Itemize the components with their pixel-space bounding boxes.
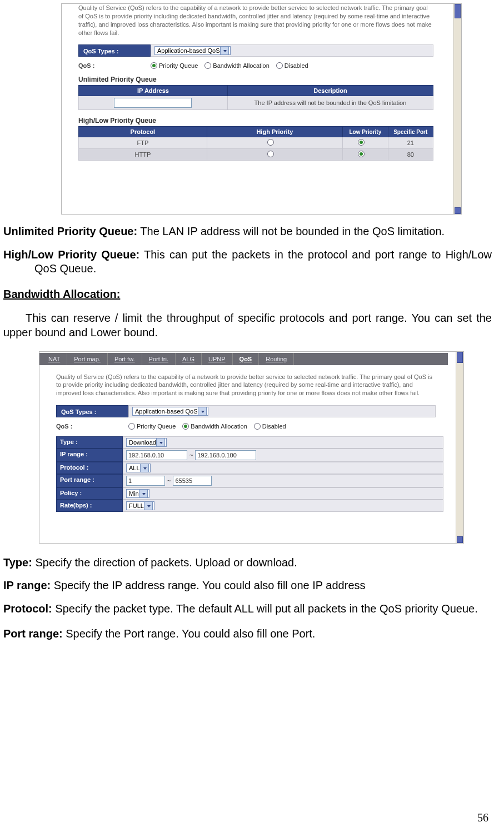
cell-protocol: FTP xyxy=(79,137,207,149)
radio-ftp-low[interactable] xyxy=(358,139,366,146)
select-type[interactable]: Download xyxy=(126,438,167,447)
table-row: The IP address will not be bounded in th… xyxy=(79,96,433,110)
input-port-from[interactable] xyxy=(126,476,165,486)
radio-bandwidth-label: Bandwidth Allocation xyxy=(213,62,270,69)
para-port-range: Port range: Specify the Port range. You … xyxy=(3,627,492,641)
radio-ftp-high[interactable] xyxy=(267,139,276,146)
tab-bar: NAT Port map. Port fw. Port tri. ALG UPN… xyxy=(39,353,448,365)
row-protocol: Protocol : ALL xyxy=(56,462,443,474)
tab-nat[interactable]: NAT xyxy=(42,353,67,365)
radio-priority-queue-label: Priority Queue xyxy=(137,423,176,430)
para-ip-range: IP range: Specify the IP address range. … xyxy=(3,579,492,593)
qos-types-row: QoS Types : Application-based QoS xyxy=(56,405,448,417)
ip-description-cell: The IP address will not be bounded in th… xyxy=(227,96,433,110)
tab-port-fw[interactable]: Port fw. xyxy=(108,353,142,365)
text-proto-doc: Specify the packet type. The default ALL… xyxy=(52,602,478,615)
input-ip-to[interactable] xyxy=(195,450,256,460)
th-protocol: Protocol xyxy=(79,127,207,137)
row-type: Type : Download xyxy=(56,436,443,449)
label-hlq: High/Low Priority Queue: xyxy=(3,248,139,261)
qos-types-label: QoS Types : xyxy=(56,405,128,417)
qos-types-row: QoS Types : Application-based QoS xyxy=(78,44,446,57)
scroll-down-button[interactable] xyxy=(457,536,463,543)
qos-types-select[interactable]: Application-based QoS xyxy=(154,46,231,55)
radio-bandwidth-allocation[interactable]: Bandwidth Allocation xyxy=(182,423,247,430)
radio-disabled-label: Disabled xyxy=(262,423,286,430)
qos-types-value-cell: Application-based QoS xyxy=(128,405,436,417)
label-type: Type : xyxy=(56,436,123,449)
qos-mode-row: QoS : Priority Queue Bandwidth Allocatio… xyxy=(78,62,446,69)
scroll-thumb[interactable] xyxy=(455,4,461,18)
scrollbar[interactable] xyxy=(453,4,461,214)
para-type: Type: Specify the direction of packets. … xyxy=(3,556,492,570)
select-protocol[interactable]: ALL xyxy=(126,464,151,472)
label-ip-doc: IP range: xyxy=(3,579,51,591)
highlow-queue-table: Protocol High Priority Low Priority Spec… xyxy=(78,126,433,161)
scroll-thumb[interactable] xyxy=(457,352,463,363)
tab-port-tri[interactable]: Port tri. xyxy=(142,353,176,365)
ip-range-separator: ~ xyxy=(189,452,193,459)
th-specific-port: Specific Port xyxy=(388,127,433,137)
qos-types-label: QoS Types : xyxy=(78,44,151,57)
label-port-range: Port range : xyxy=(56,474,123,487)
label-bandwidth-allocation: Bandwidth Allocation: xyxy=(3,288,120,300)
port-range-separator: ~ xyxy=(167,477,171,484)
para-bandwidth-allocation: This can reserve / limit the throughput … xyxy=(3,311,492,340)
row-policy: Policy : Min xyxy=(56,487,443,500)
text-upq: The LAN IP address will not be bounded i… xyxy=(137,225,445,237)
qos-description: Quality of Service (QoS) refers to the c… xyxy=(78,4,433,37)
para-protocol: Protocol: Specify the packet type. The d… xyxy=(3,602,492,616)
input-port-to[interactable] xyxy=(173,476,212,486)
table-row: HTTP 80 xyxy=(79,149,433,161)
para-highlow-priority-queue: High/Low Priority Queue: This can put th… xyxy=(3,248,492,276)
scroll-down-button[interactable] xyxy=(455,207,461,214)
unlimited-queue-title: Unlimited Priority Queue xyxy=(78,76,446,83)
qos-mode-label: QoS : xyxy=(78,62,151,69)
radio-disabled[interactable]: Disabled xyxy=(276,62,308,69)
cell-protocol: HTTP xyxy=(79,149,207,161)
heading-bandwidth-allocation: Bandwidth Allocation: xyxy=(3,287,492,302)
radio-disabled-label: Disabled xyxy=(285,62,308,69)
radio-bandwidth-allocation[interactable]: Bandwidth Allocation xyxy=(204,62,270,69)
row-rate: Rate(bps) : FULL xyxy=(56,500,443,512)
select-rate[interactable]: FULL xyxy=(126,501,154,510)
tab-port-map[interactable]: Port map. xyxy=(67,353,108,365)
tab-alg[interactable]: ALG xyxy=(176,353,202,365)
row-port-range: Port range : ~ xyxy=(56,474,443,487)
tab-routing[interactable]: Routing xyxy=(259,353,294,365)
cell-port: 21 xyxy=(388,137,433,149)
select-policy[interactable]: Min xyxy=(126,489,149,498)
tab-qos[interactable]: QoS xyxy=(233,353,260,365)
qos-mode-label: QoS : xyxy=(56,423,128,430)
th-ip-address: IP Address xyxy=(79,86,228,96)
text-port-doc: Specify the Port range. You could also f… xyxy=(63,627,316,640)
th-description: Description xyxy=(227,86,433,96)
radio-disabled[interactable]: Disabled xyxy=(254,423,286,430)
radio-http-high[interactable] xyxy=(267,151,276,157)
screenshot-bandwidth-allocation: NAT Port map. Port fw. Port tri. ALG UPN… xyxy=(39,351,464,544)
radio-bandwidth-label: Bandwidth Allocation xyxy=(191,423,247,430)
radio-priority-queue[interactable]: Priority Queue xyxy=(128,423,176,430)
label-port-doc: Port range: xyxy=(3,627,63,640)
qos-description: Quality of Service (QoS) refers to the c… xyxy=(56,373,436,398)
scrollbar[interactable] xyxy=(456,352,463,543)
screenshot-priority-queue: Quality of Service (QoS) refers to the c… xyxy=(61,3,462,215)
radio-http-low[interactable] xyxy=(358,151,366,157)
text-type-doc: Specify the direction of packets. Upload… xyxy=(32,556,297,569)
radio-priority-queue-label: Priority Queue xyxy=(159,62,198,69)
label-ip-range: IP range : xyxy=(56,449,123,462)
label-rate: Rate(bps) : xyxy=(56,500,123,512)
tab-upnp[interactable]: UPNP xyxy=(202,353,233,365)
text-ip-doc: Specify the IP address range. You could … xyxy=(51,579,365,591)
ip-address-input[interactable] xyxy=(114,98,192,108)
label-proto-doc: Protocol: xyxy=(3,602,52,615)
qos-types-select[interactable]: Application-based QoS xyxy=(132,407,208,416)
label-type-doc: Type: xyxy=(3,556,32,569)
th-low-priority: Low Priority xyxy=(343,127,388,137)
radio-priority-queue[interactable]: Priority Queue xyxy=(151,62,198,69)
qos-types-value-cell: Application-based QoS xyxy=(151,44,433,57)
label-upq: Unlimited Priority Queue: xyxy=(3,225,137,237)
highlow-queue-title: High/Low Priority Queue xyxy=(78,117,446,124)
label-policy: Policy : xyxy=(56,487,123,500)
input-ip-from[interactable] xyxy=(126,450,187,460)
